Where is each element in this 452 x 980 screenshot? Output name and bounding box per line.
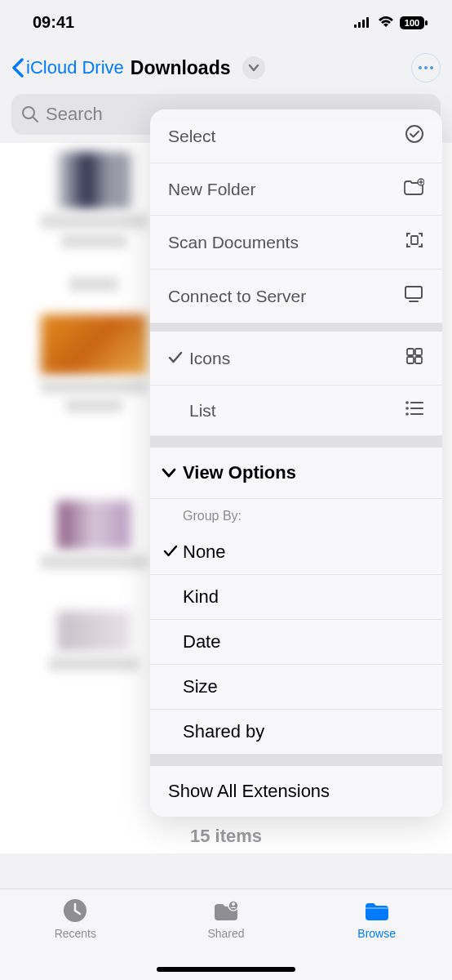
- group-date[interactable]: Date: [150, 620, 442, 665]
- svg-point-10: [23, 107, 34, 118]
- svg-rect-15: [405, 287, 422, 298]
- chevron-down-icon: [162, 468, 176, 478]
- nav-header: iCloud Drive Downloads: [0, 45, 452, 94]
- cellular-icon: [354, 13, 372, 32]
- menu-select[interactable]: Select: [150, 109, 442, 163]
- group-by-label: Group By:: [150, 499, 442, 530]
- file-item[interactable]: [41, 151, 147, 249]
- select-circle-icon: [405, 124, 424, 148]
- svg-point-7: [419, 66, 422, 69]
- menu-view-list[interactable]: List: [150, 385, 442, 436]
- clock-icon: [60, 898, 90, 924]
- menu-connect-server[interactable]: Connect to Server: [150, 270, 442, 323]
- group-kind[interactable]: Kind: [150, 575, 442, 620]
- svg-point-29: [232, 902, 235, 906]
- svg-point-25: [405, 412, 409, 416]
- tab-recents[interactable]: Recents: [18, 898, 132, 940]
- svg-rect-30: [366, 907, 388, 909]
- grid-icon: [405, 346, 424, 370]
- folder-icon: [362, 898, 392, 924]
- menu-separator: [150, 323, 442, 332]
- new-folder-icon: [403, 178, 424, 200]
- svg-line-11: [33, 118, 38, 122]
- back-button[interactable]: iCloud Drive: [11, 57, 124, 78]
- group-none[interactable]: None: [150, 530, 442, 575]
- list-icon: [405, 400, 424, 421]
- status-time: 09:41: [33, 13, 74, 32]
- menu-view-icons[interactable]: Icons: [150, 332, 442, 385]
- scan-icon: [405, 230, 424, 254]
- menu-show-extensions[interactable]: Show All Extensions: [150, 766, 442, 817]
- home-indicator[interactable]: [157, 967, 295, 972]
- context-menu: Select New Folder Scan Documents Connect…: [150, 109, 442, 817]
- svg-point-9: [430, 66, 433, 69]
- menu-separator: [150, 436, 442, 448]
- file-item[interactable]: [41, 592, 147, 690]
- svg-text:100: 100: [405, 18, 419, 28]
- group-size[interactable]: Size: [150, 665, 442, 710]
- title-chevron-button[interactable]: [242, 56, 265, 79]
- svg-rect-0: [354, 24, 357, 28]
- file-item[interactable]: [41, 486, 147, 584]
- file-item[interactable]: [41, 314, 147, 412]
- checkmark-icon: [168, 349, 186, 368]
- wifi-icon: [377, 13, 395, 32]
- shared-folder-icon: [211, 898, 241, 924]
- svg-point-21: [405, 401, 409, 404]
- svg-point-12: [406, 126, 423, 142]
- more-button[interactable]: [411, 53, 441, 82]
- chevron-down-icon: [248, 64, 259, 72]
- svg-rect-19: [407, 357, 414, 363]
- search-placeholder: Search: [46, 104, 103, 125]
- checkmark-icon: [163, 541, 183, 563]
- menu-separator: [150, 755, 442, 766]
- status-indicators: 100: [354, 13, 428, 32]
- tab-browse[interactable]: Browse: [320, 898, 434, 940]
- svg-rect-3: [366, 17, 369, 28]
- svg-rect-17: [407, 349, 414, 355]
- ellipsis-icon: [418, 65, 434, 70]
- page-title: Downloads: [131, 57, 231, 79]
- svg-point-8: [424, 66, 428, 69]
- svg-rect-18: [415, 349, 422, 355]
- file-item[interactable]: [41, 257, 147, 306]
- battery-icon: 100: [400, 16, 428, 29]
- menu-view-options-header[interactable]: View Options: [150, 448, 442, 499]
- status-bar: 09:41 100: [0, 0, 452, 45]
- svg-rect-20: [415, 357, 422, 363]
- menu-scan-documents[interactable]: Scan Documents: [150, 216, 442, 270]
- svg-rect-14: [411, 236, 418, 244]
- menu-new-folder[interactable]: New Folder: [150, 163, 442, 216]
- tab-shared[interactable]: Shared: [169, 898, 283, 940]
- server-icon: [403, 284, 424, 308]
- svg-rect-5: [425, 20, 428, 25]
- back-label: iCloud Drive: [26, 57, 124, 78]
- item-count: 15 items: [0, 819, 452, 853]
- svg-rect-2: [362, 20, 365, 28]
- chevron-left-icon: [11, 58, 24, 78]
- tab-bar: Recents Shared Browse: [0, 889, 452, 980]
- svg-rect-1: [358, 22, 361, 28]
- search-icon: [21, 105, 39, 123]
- group-shared-by[interactable]: Shared by: [150, 710, 442, 755]
- svg-point-23: [405, 407, 409, 410]
